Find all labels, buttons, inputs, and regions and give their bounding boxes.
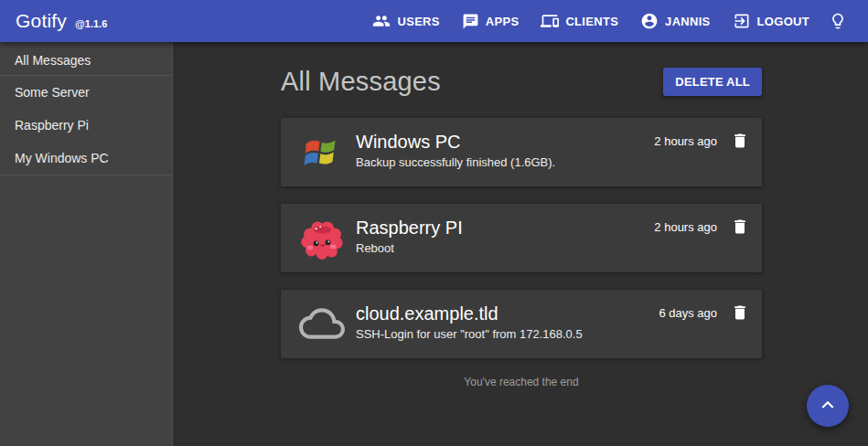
raspberry-icon [295,215,348,260]
header-nav: USERS APPS CLIENTS JANNIS LOGOUT [361,5,855,37]
message-text: Reboot [356,241,463,255]
nav-clients-label: CLIENTS [565,15,618,28]
end-of-list-text: You've reached the end [281,376,762,388]
delete-all-button[interactable]: DELETE ALL [663,68,762,96]
delete-message-button[interactable] [729,129,751,154]
devices-icon [541,12,559,30]
nav-users-button[interactable]: USERS [361,5,450,37]
scroll-to-top-button[interactable] [807,385,849,427]
windows-logo-icon [295,129,348,175]
logout-icon [733,12,751,30]
trash-icon [731,139,749,153]
nav-logout-button[interactable]: LOGOUT [722,5,820,37]
users-icon [372,12,391,30]
sidebar-divider [0,175,172,175]
message-body: Raspberry PI Reboot [356,215,463,255]
page-title: All Messages [281,67,441,97]
nav-apps-label: APPS [486,15,520,28]
message-body: cloud.example.tld SSH-Login for user "ro… [356,301,583,341]
nav-users-label: USERS [397,15,439,28]
nav-user-account-button[interactable]: JANNIS [629,5,721,37]
message-title: Raspberry PI [356,217,463,239]
page-body: All Messages Some Server Raspberry Pi My… [0,42,868,446]
sidebar-item-some-server[interactable]: Some Server [0,76,172,109]
theme-toggle-button[interactable] [820,5,855,37]
nav-logout-label: LOGOUT [757,15,809,28]
chat-icon [462,13,479,30]
nav-apps-button[interactable]: APPS [451,5,530,37]
nav-clients-button[interactable]: CLIENTS [530,5,629,37]
message-meta: 6 days ago [659,301,751,326]
brand-version: @1.1.6 [75,18,107,29]
sidebar-server-list: Some Server Raspberry Pi My Windows PC [0,76,172,175]
message-timestamp: 2 hours ago [654,134,717,148]
message-meta: 2 hours ago [654,215,751,240]
trash-icon [731,225,749,239]
brand: Gotify @1.1.6 [16,10,107,32]
message-text: SSH-Login for user "root" from 172.168.0… [356,327,583,341]
main-content: All Messages DELETE ALL Windows PC Backu… [173,42,868,446]
message-meta: 2 hours ago [654,129,751,154]
message-title: cloud.example.tld [356,303,583,325]
message-card: Raspberry PI Reboot 2 hours ago [281,204,762,272]
message-text: Backup successfully finished (1.6GB). [356,155,555,169]
delete-message-button[interactable] [729,301,751,326]
account-circle-icon [640,12,659,30]
brand-name: Gotify [16,10,67,32]
app-header: Gotify @1.1.6 USERS APPS CLIENTS JANNIS … [0,0,868,42]
sidebar-item-my-windows-pc[interactable]: My Windows PC [0,142,172,175]
sidebar: All Messages Some Server Raspberry Pi My… [0,42,173,446]
message-timestamp: 2 hours ago [654,220,717,234]
message-title: Windows PC [356,131,555,154]
message-body: Windows PC Backup successfully finished … [356,129,555,169]
trash-icon [731,311,749,324]
message-card: Windows PC Backup successfully finished … [281,118,762,186]
delete-message-button[interactable] [729,215,751,240]
messages-column: All Messages DELETE ALL Windows PC Backu… [281,67,762,388]
message-timestamp: 6 days ago [659,306,717,320]
message-card: cloud.example.tld SSH-Login for user "ro… [281,290,762,358]
chevron-up-icon [816,393,840,419]
cloud-icon [295,301,348,346]
sidebar-item-all-messages[interactable]: All Messages [0,44,172,75]
content-header: All Messages DELETE ALL [281,67,762,97]
lightbulb-icon [829,12,847,30]
nav-user-label: JANNIS [665,15,710,28]
sidebar-item-raspberry-pi[interactable]: Raspberry Pi [0,109,172,142]
